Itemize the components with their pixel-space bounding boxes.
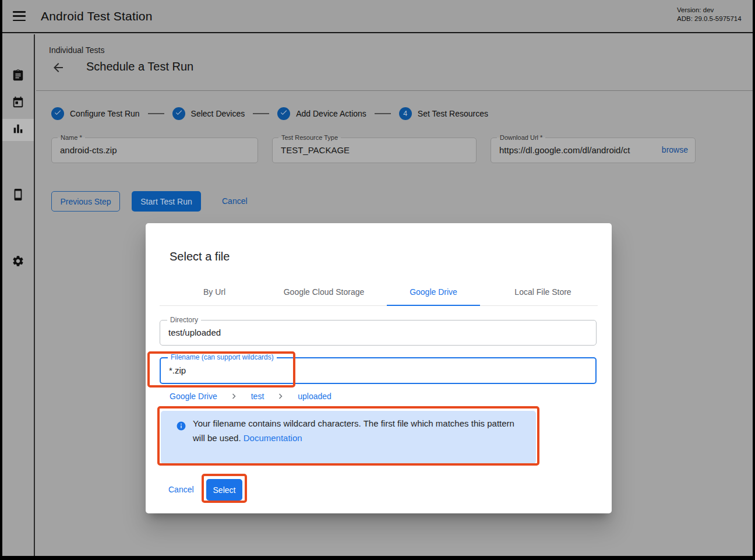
app-screen: Android Test Station Version: dev ADB: 2… xyxy=(2,0,753,556)
chevron-right-icon xyxy=(276,391,286,401)
step-done-circle xyxy=(51,107,64,120)
tab-label: By Url xyxy=(203,287,225,297)
tab-underline xyxy=(387,305,480,306)
app-title: Android Test Station xyxy=(41,9,153,23)
step-configure-test-run[interactable]: Configure Test Run xyxy=(51,107,140,120)
gear-icon xyxy=(12,255,24,270)
chevron-right-icon xyxy=(229,391,239,401)
step-connector xyxy=(148,113,164,115)
step-select-devices[interactable]: Select Devices xyxy=(172,107,245,120)
section-label: Individual Tests xyxy=(49,45,104,55)
tab-google-cloud-storage[interactable]: Google Cloud Storage xyxy=(269,278,379,305)
step-set-test-resources[interactable]: 4 Set Test Resources xyxy=(399,107,488,120)
sidebar-item-tests[interactable] xyxy=(2,65,34,87)
tab-by-url[interactable]: By Url xyxy=(160,278,269,305)
name-field[interactable]: Name * android-cts.zip xyxy=(51,138,258,163)
breadcrumb-uploaded[interactable]: uploaded xyxy=(298,392,331,401)
filename-input[interactable] xyxy=(169,359,580,381)
dialog-cancel-button[interactable]: Cancel xyxy=(168,479,194,501)
tab-label: Google Cloud Storage xyxy=(284,287,365,297)
browse-link[interactable]: browse xyxy=(662,138,688,162)
tab-local-file-store[interactable]: Local File Store xyxy=(488,278,598,305)
previous-step-button[interactable]: Previous Step xyxy=(51,191,120,212)
version-info: Version: dev ADB: 29.0.5-5975714 xyxy=(677,6,742,23)
smartphone-icon xyxy=(12,188,24,203)
hamburger-menu-icon[interactable] xyxy=(13,11,26,21)
name-field-value: android-cts.zip xyxy=(60,138,249,162)
step-label: Set Test Resources xyxy=(418,109,488,118)
alert-message: Your filename contains wildcard characte… xyxy=(193,418,514,443)
breadcrumb-test[interactable]: test xyxy=(251,392,264,401)
stepper: Configure Test Run Select Devices Add De… xyxy=(51,107,488,121)
step-active-circle: 4 xyxy=(399,107,412,120)
sidebar-item-test-results[interactable] xyxy=(2,119,34,141)
tab-label: Google Drive xyxy=(410,287,457,297)
download-url-field[interactable]: Download Url * https://dl.google.com/dl/… xyxy=(491,138,696,163)
check-icon xyxy=(175,108,183,119)
step-label: Select Devices xyxy=(191,109,245,118)
check-icon xyxy=(280,108,288,119)
tests-icon xyxy=(12,69,24,84)
resource-type-field[interactable]: Test Resource Type TEST_PACKAGE xyxy=(272,138,477,163)
dialog-tabs: By Url Google Cloud Storage Google Drive… xyxy=(160,278,598,306)
bar-chart-icon xyxy=(12,122,24,138)
app-header: Android Test Station Version: dev ADB: 2… xyxy=(2,0,753,33)
step-connector xyxy=(375,113,391,115)
version-label: Version: dev xyxy=(677,6,742,15)
info-icon xyxy=(176,421,186,431)
step-number: 4 xyxy=(403,110,407,118)
page-title: Schedule a Test Run xyxy=(86,60,193,73)
step-done-circle xyxy=(172,107,185,120)
file-picker-dialog: Select a file By Url Google Cloud Storag… xyxy=(146,223,612,513)
step-add-device-actions[interactable]: Add Device Actions xyxy=(277,107,366,120)
back-arrow-icon xyxy=(51,66,65,76)
tab-google-drive[interactable]: Google Drive xyxy=(379,278,488,305)
tab-label: Local File Store xyxy=(514,287,571,297)
directory-input[interactable] xyxy=(168,321,581,343)
breadcrumb-google-drive[interactable]: Google Drive xyxy=(170,392,217,401)
sidebar-item-settings[interactable] xyxy=(2,251,34,273)
step-done-circle xyxy=(277,107,290,120)
sidebar-item-test-plans[interactable] xyxy=(2,92,34,114)
back-button[interactable] xyxy=(51,61,65,75)
breadcrumb: Google Drive test uploaded xyxy=(170,391,331,401)
filename-field: Filename (can support wildcards) xyxy=(160,357,597,384)
adb-version-label: ADB: 29.0.5-5975714 xyxy=(677,15,742,23)
page-cancel-button[interactable]: Cancel xyxy=(222,191,248,212)
start-test-run-button[interactable]: Start Test Run xyxy=(132,191,201,212)
wildcard-info-alert: Your filename contains wildcard characte… xyxy=(161,411,536,464)
dialog-title: Select a file xyxy=(170,250,230,263)
directory-field: Directory xyxy=(160,320,597,346)
download-url-field-value: https://dl.google.com/dl/android/ct xyxy=(499,138,657,162)
alert-text: Your filename contains wildcard characte… xyxy=(193,416,526,445)
step-label: Configure Test Run xyxy=(70,109,140,118)
dialog-select-button[interactable]: Select xyxy=(206,479,242,501)
step-label: Add Device Actions xyxy=(296,109,366,118)
step-connector xyxy=(253,113,269,115)
documentation-link[interactable]: Documentation xyxy=(244,433,302,443)
check-icon xyxy=(54,108,62,119)
resource-type-field-value: TEST_PACKAGE xyxy=(281,138,468,162)
calendar-icon xyxy=(12,96,24,111)
sidebar-item-devices[interactable] xyxy=(2,185,34,207)
divider xyxy=(36,90,753,91)
sidebar xyxy=(2,34,35,556)
